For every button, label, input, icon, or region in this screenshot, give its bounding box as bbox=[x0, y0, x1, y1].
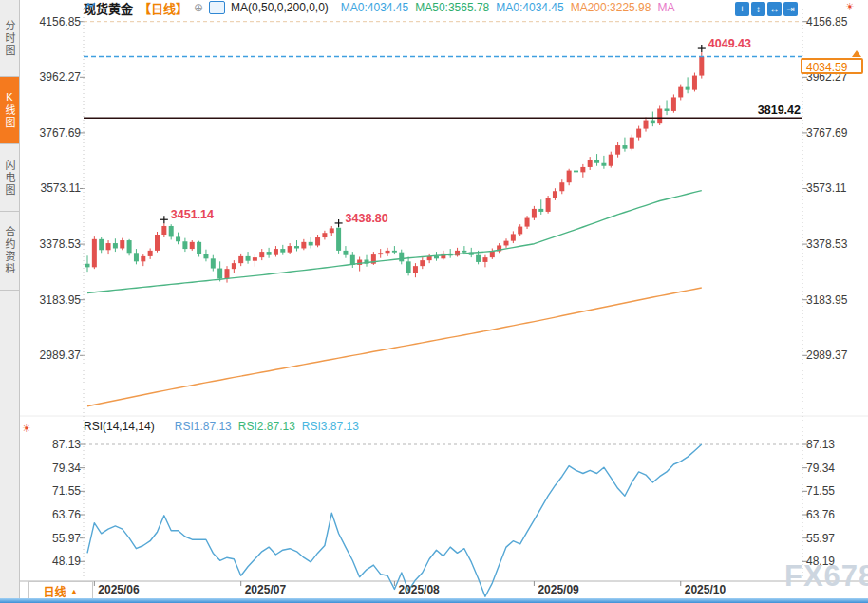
rsi-axis-label: 55.97 bbox=[17, 532, 81, 545]
rsi-value-label: RSI1:87.13 bbox=[175, 420, 232, 433]
price-peak-annotation: 3451.14 bbox=[171, 208, 214, 221]
sidebar-tab-4[interactable]: 合约资料 bbox=[0, 212, 19, 291]
rsi-params-label: RSI(14,14,14) bbox=[84, 420, 155, 433]
rsi-settings-sun-icon[interactable]: ☀ bbox=[22, 424, 31, 434]
ma-params-label: MA(0,50,0,200,0,0) bbox=[231, 1, 329, 14]
rsi-header: RSI(14,14,14) RSI1:87.13RSI2:87.13RSI3:8… bbox=[84, 420, 359, 433]
rsi-axis-label: 63.76 bbox=[806, 508, 865, 521]
period-selector-arrow-icon: ▲ bbox=[70, 587, 79, 596]
chart-plot-area[interactable] bbox=[0, 0, 868, 603]
period-selector-label: 日线 bbox=[44, 583, 66, 599]
date-axis-label: 2025/08 bbox=[398, 583, 439, 596]
settings-sun-icon[interactable]: ☀ bbox=[845, 2, 855, 12]
price-axis-label: 3573.11 bbox=[17, 181, 81, 195]
rsi-axis-label: 79.34 bbox=[806, 462, 865, 475]
rsi-axis-label: 48.19 bbox=[17, 555, 81, 568]
pan-crosshair-icon[interactable]: + bbox=[735, 2, 749, 16]
scale-vertical-icon[interactable]: ↕ bbox=[751, 2, 765, 16]
ma-values: MA0:4034.45MA50:3565.78MA0:4034.45MA200:… bbox=[334, 1, 675, 14]
price-axis-label: 3962.27 bbox=[17, 70, 81, 84]
price-axis-label: 3767.69 bbox=[17, 126, 81, 140]
price-axis-label: 3767.69 bbox=[806, 126, 865, 140]
rsi-value-label: RSI3:87.13 bbox=[302, 420, 359, 433]
price-axis-label: 4156.85 bbox=[806, 15, 865, 28]
current-price-box: 4034.59 bbox=[801, 58, 863, 74]
price-axis-label: 3183.95 bbox=[17, 293, 81, 307]
zigzag-glyph bbox=[84, 0, 98, 11]
sidebar-tab-1[interactable]: 分时图 bbox=[0, 0, 19, 77]
rsi-axis-label: 48.19 bbox=[806, 555, 865, 568]
price-axis-label: 3183.95 bbox=[806, 293, 865, 307]
exit-chart-icon[interactable]: ⇥ bbox=[783, 2, 798, 16]
date-axis-label: 2025/06 bbox=[98, 583, 139, 596]
rsi-axis-label: 55.97 bbox=[806, 532, 865, 545]
price-axis-label: 3378.53 bbox=[17, 237, 81, 251]
ma-value-label: MA0:4034.45 bbox=[341, 1, 408, 14]
add-indicator-icon[interactable]: ⊕ bbox=[194, 1, 203, 14]
rsi-value-label: RSI2:87.13 bbox=[238, 420, 295, 433]
rsi-axis-label: 87.13 bbox=[806, 438, 865, 451]
scale-horizontal-icon[interactable]: ↔ bbox=[767, 2, 782, 16]
sidebar-tab-3[interactable]: 闪电图 bbox=[0, 144, 19, 212]
rsi-axis-label: 63.76 bbox=[17, 508, 81, 521]
price-axis-label: 3378.53 bbox=[806, 237, 865, 251]
rsi-axis-label: 87.13 bbox=[17, 438, 81, 451]
date-axis-label: 2025/07 bbox=[245, 583, 286, 596]
sidebar-tab-2[interactable]: K线图 bbox=[0, 77, 19, 144]
price-axis-label: 2989.37 bbox=[17, 349, 81, 362]
price-axis-label: 4156.85 bbox=[17, 15, 81, 28]
price-axis-label: 3573.11 bbox=[806, 181, 865, 195]
trading-chart-window: 分时图K线图闪电图合约资料 现货黄金 【日线】 ⊕ MA(0,50,0,200,… bbox=[0, 0, 868, 603]
rsi-axis-label: 71.55 bbox=[17, 484, 81, 498]
chart-toolbar: +↕↔⇥ bbox=[735, 2, 798, 16]
date-axis-label: 2025/09 bbox=[538, 583, 578, 596]
price-axis-label: 2989.37 bbox=[806, 349, 865, 362]
rsi-values: RSI1:87.13RSI2:87.13RSI3:87.13 bbox=[168, 420, 359, 433]
price-peak-annotation: 3438.80 bbox=[346, 212, 388, 225]
rsi-axis-label: 71.55 bbox=[806, 484, 865, 498]
ma-value-label: MA50:3565.78 bbox=[415, 1, 489, 14]
bottom-scroll-strip[interactable] bbox=[0, 598, 868, 603]
ma-value-label: MA200:3225.98 bbox=[571, 1, 651, 14]
price-peak-annotation: 4049.43 bbox=[708, 37, 751, 50]
rsi-axis-label: 79.34 bbox=[17, 462, 81, 475]
ma-value-label: MA bbox=[657, 1, 674, 14]
ma-value-label: MA0:4034.45 bbox=[496, 1, 563, 14]
price-up-arrow-icon bbox=[852, 50, 861, 57]
chart-header: 现货黄金 【日线】 ⊕ MA(0,50,0,200,0,0) MA0:4034.… bbox=[84, 0, 674, 15]
sidebar: 分时图K线图闪电图合约资料 bbox=[0, 0, 20, 598]
date-axis-label: 2025/10 bbox=[685, 583, 726, 596]
ma-style-icon[interactable] bbox=[209, 1, 225, 14]
level-line-label: 3819.42 bbox=[740, 104, 801, 117]
period-tag: 【日线】 bbox=[139, 0, 188, 17]
